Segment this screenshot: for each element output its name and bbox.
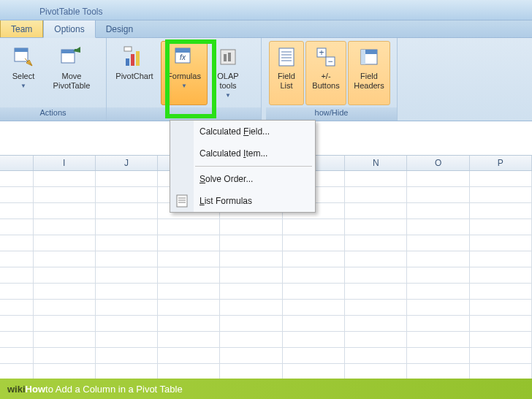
svg-rect-4 <box>126 58 129 66</box>
select-label: Select <box>12 72 35 81</box>
footer-how: How <box>26 384 45 395</box>
menu-solve-order-label: Solve Order... <box>200 174 253 184</box>
formulas-label: Formulas <box>167 72 201 81</box>
move-pivottable-icon <box>60 45 83 69</box>
plus-minus-button[interactable]: +− +/- Buttons <box>305 41 346 105</box>
pivotchart-button[interactable]: PivotChart <box>110 41 159 105</box>
tab-design[interactable]: Design <box>96 20 144 37</box>
select-button[interactable]: Select ▼ <box>3 41 44 105</box>
showhide-group-label: how/Hide <box>266 107 397 121</box>
field-list-button[interactable]: Field List <box>269 41 304 105</box>
ribbon-group-tools: PivotChart fx Formulas ▼ OLAP tools ▼ <box>107 38 262 121</box>
svg-rect-7 <box>124 47 132 51</box>
menu-list-formulas[interactable]: List Formulas <box>170 190 315 212</box>
menu-list-formulas-label: List Formulas <box>200 196 252 206</box>
olap-tools-button[interactable]: OLAP tools ▼ <box>209 41 247 105</box>
titlebar-label: PivotTable Tools <box>39 7 103 20</box>
tabstrip: Team Options Design <box>0 20 532 38</box>
grid-row <box>0 348 532 364</box>
grid-row <box>0 251 532 267</box>
svg-rect-12 <box>224 54 227 61</box>
pivotchart-icon <box>123 45 146 69</box>
titlebar: PivotTable Tools <box>0 0 532 20</box>
list-formulas-icon <box>175 194 189 208</box>
grid-row <box>0 364 532 380</box>
tab-team[interactable]: Team <box>0 20 43 37</box>
menu-solve-order[interactable]: Solve Order... <box>170 168 315 190</box>
footer-wiki: wiki <box>7 384 26 395</box>
ribbon: Select ▼ Move PivotTable Actions PivotCh… <box>0 38 532 121</box>
chevron-down-icon: ▼ <box>181 83 187 89</box>
plus-minus-label: +/- Buttons <box>308 72 344 91</box>
olap-icon <box>216 45 240 69</box>
chevron-down-icon: ▼ <box>225 92 231 99</box>
grid-row <box>0 284 532 300</box>
actions-group-label: Actions <box>0 107 106 121</box>
column-header[interactable]: I <box>34 156 96 170</box>
grid-row <box>0 316 532 332</box>
svg-rect-9 <box>175 48 190 53</box>
chevron-down-icon: ▼ <box>20 83 26 89</box>
move-label: Move PivotTable <box>48 72 96 91</box>
menu-calculated-item[interactable]: Calculated Item... <box>170 142 315 164</box>
field-list-icon <box>275 45 298 69</box>
column-header[interactable]: P <box>470 156 532 170</box>
column-header[interactable]: O <box>407 156 469 170</box>
tab-team-label: Team <box>11 24 32 34</box>
field-list-label: Field List <box>271 72 302 91</box>
grid-row <box>0 332 532 348</box>
grid-row <box>0 300 532 316</box>
pivotchart-label: PivotChart <box>115 72 153 81</box>
svg-rect-25 <box>361 50 365 64</box>
svg-text:fx: fx <box>180 53 186 61</box>
svg-text:−: − <box>327 56 332 66</box>
tab-design-label: Design <box>106 24 133 34</box>
footer-rest: to Add a Column in a Pivot Table <box>45 384 183 395</box>
select-icon <box>12 45 35 69</box>
grid-row <box>0 235 532 251</box>
tools-group-label <box>107 107 261 121</box>
svg-rect-3 <box>61 50 75 53</box>
field-headers-button[interactable]: Field Headers <box>348 41 390 105</box>
column-header[interactable]: J <box>96 156 158 170</box>
svg-rect-13 <box>228 53 231 61</box>
ribbon-group-showhide: Field List +− +/- Buttons Field Headers … <box>262 38 398 121</box>
tab-options-label: Options <box>54 24 84 34</box>
move-pivottable-button[interactable]: Move PivotTable <box>45 41 98 105</box>
formulas-dropdown: Calculated Field... Calculated Item... S… <box>170 120 316 213</box>
menu-calculated-item-label: Calculated Item... <box>200 148 267 159</box>
grid-row <box>0 267 532 284</box>
svg-rect-1 <box>15 48 28 52</box>
svg-text:+: + <box>319 48 324 58</box>
menu-separator <box>195 166 312 167</box>
svg-rect-6 <box>136 51 140 66</box>
field-headers-icon <box>357 45 381 69</box>
svg-rect-5 <box>131 54 134 66</box>
field-headers-label: Field Headers <box>350 72 388 91</box>
watermark-footer: wikiHow to Add a Column in a Pivot Table <box>0 379 532 399</box>
svg-rect-26 <box>177 195 187 207</box>
tab-options[interactable]: Options <box>43 20 95 38</box>
ribbon-group-actions: Select ▼ Move PivotTable Actions <box>0 38 107 121</box>
column-header[interactable] <box>0 156 34 170</box>
plus-minus-icon: +− <box>314 45 338 69</box>
grid-row <box>0 219 532 235</box>
svg-rect-14 <box>279 48 294 66</box>
column-header[interactable]: N <box>345 156 407 170</box>
formulas-icon: fx <box>172 45 196 69</box>
menu-calculated-field[interactable]: Calculated Field... <box>170 121 315 142</box>
menu-calculated-field-label: Calculated Field... <box>200 126 270 137</box>
olap-label: OLAP tools <box>211 72 245 91</box>
formulas-button[interactable]: fx Formulas ▼ <box>161 41 208 105</box>
